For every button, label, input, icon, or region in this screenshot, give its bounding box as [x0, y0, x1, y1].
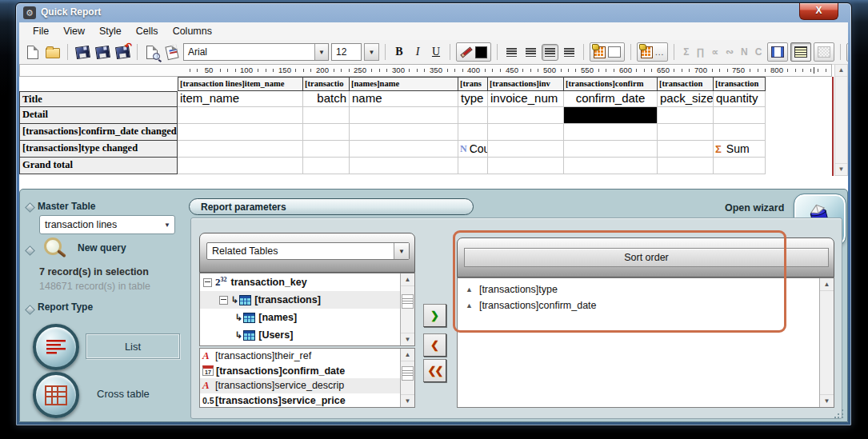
align-center-button[interactable] [522, 44, 539, 61]
revert-button[interactable]: ↶ [114, 43, 131, 61]
break-cell[interactable] [564, 124, 658, 141]
title-bar[interactable]: ⚙ Quick Report X [16, 3, 851, 22]
break-cell[interactable] [488, 124, 564, 141]
break-cell[interactable] [714, 124, 766, 141]
grand-total-cell[interactable] [303, 158, 350, 174]
menu-style[interactable]: Style [92, 24, 129, 38]
tree-item-transactions[interactable]: ↳ [transactions] [200, 291, 414, 309]
scroll-up-arrow[interactable]: ▲ [835, 65, 847, 77]
sort-item-confirm-date[interactable]: ▲ [transactions]confirm_date [458, 297, 834, 313]
print-preview-button[interactable] [143, 43, 161, 61]
count-formula-cell[interactable]: N Count [458, 141, 488, 158]
title-cell[interactable]: batch [303, 91, 350, 107]
alternate-color-button[interactable]: ... [637, 42, 668, 62]
ascending-sort-icon[interactable]: ▲ [466, 301, 473, 309]
related-tables-select[interactable]: Related Tables ▼ [206, 242, 410, 260]
sort-item-type[interactable]: ▲ [transactions]type [458, 281, 834, 297]
close-button[interactable]: X [799, 3, 838, 20]
field-item-their-ref[interactable]: A [transactions]their_ref [200, 349, 414, 364]
master-table-select[interactable]: transaction lines ▼ [39, 215, 175, 234]
align-left-button[interactable] [503, 44, 520, 61]
column-header[interactable]: [transaction [714, 77, 766, 91]
tree-item-transaction-key[interactable]: 232 transaction_key [200, 273, 414, 291]
grand-total-cell[interactable] [564, 158, 658, 174]
column-header[interactable]: [names]name [350, 77, 458, 91]
row-label-type-changed[interactable]: [transactions]type changed [19, 141, 178, 158]
menu-view[interactable]: View [56, 24, 92, 38]
break-cell[interactable] [564, 141, 658, 158]
row-label-detail[interactable]: Detail [19, 107, 178, 124]
resize-grip[interactable] [834, 409, 844, 418]
save-button[interactable] [74, 43, 91, 61]
min-operator-icon[interactable]: ∏ [697, 46, 705, 58]
field-item-service-descrip[interactable]: A [transactions]service_descrip [200, 378, 414, 393]
list-report-button[interactable] [33, 324, 79, 370]
font-size-dropdown-arrow[interactable]: ▼ [364, 43, 379, 61]
title-cell[interactable]: invoice_num [488, 91, 564, 107]
column-header[interactable]: [trans [458, 77, 488, 91]
detail-cell[interactable] [303, 107, 350, 124]
table-vertical-scrollbar[interactable]: ▲ ▼ [834, 64, 848, 176]
font-size-select[interactable]: 12 [331, 43, 362, 61]
print-button[interactable] [163, 43, 181, 61]
count-operator-icon[interactable]: N [741, 46, 748, 58]
remove-all-sort-fields-button[interactable]: ❮❮ [423, 359, 446, 382]
title-cell[interactable]: name [350, 91, 458, 107]
column-header[interactable]: [transaction lines]item_name [178, 77, 303, 91]
detail-cell[interactable] [350, 107, 458, 124]
break-cell[interactable] [350, 141, 458, 158]
sort-order-header-button[interactable]: Sort order [464, 248, 829, 267]
title-cell[interactable]: quantity [714, 91, 766, 107]
font-family-dropdown-arrow[interactable]: ▼ [314, 44, 328, 60]
ascending-sort-icon[interactable]: ▲ [466, 285, 473, 293]
formula-operator-icon[interactable]: C [755, 46, 762, 58]
title-cell[interactable]: pack_size [658, 91, 714, 107]
menu-cells[interactable]: Cells [129, 24, 166, 38]
column-header[interactable]: [transactio [303, 77, 350, 91]
new-query-button[interactable]: New query [78, 242, 126, 253]
row-label-confirm-date-changed[interactable]: [transactions]confirm_date changed [19, 124, 178, 141]
row-label-grand-total[interactable]: Grand total [19, 158, 178, 174]
grand-total-cell[interactable] [178, 158, 303, 174]
column-header[interactable]: [transaction [658, 77, 714, 91]
grand-total-cell[interactable] [488, 158, 564, 174]
bold-button[interactable]: B [391, 44, 407, 60]
scroll-down-arrow[interactable]: ▼ [401, 394, 414, 407]
tree-item-names[interactable]: ↳ [names] [200, 309, 414, 326]
menu-file[interactable]: File [26, 24, 56, 38]
detail-cell[interactable] [658, 107, 714, 124]
column-header[interactable]: [transactions]inv [488, 77, 564, 91]
break-cell[interactable] [303, 124, 350, 141]
menu-columns[interactable]: Columns [166, 24, 219, 38]
title-cell[interactable]: type [458, 91, 488, 107]
view-rows-button[interactable] [790, 42, 811, 62]
collapse-icon[interactable] [203, 278, 212, 287]
tree-item-users[interactable]: ↳ [Users] [200, 326, 414, 344]
sum-formula-cell[interactable]: Σ Sum [714, 141, 766, 158]
average-operator-icon[interactable]: ∾ [726, 46, 734, 58]
selected-cell[interactable] [564, 107, 658, 124]
row-label-title[interactable]: Title [19, 91, 178, 107]
report-parameters-tab[interactable]: Report parameters [189, 198, 474, 215]
detail-cell[interactable] [488, 107, 564, 124]
break-cell[interactable] [458, 124, 488, 141]
detail-cell[interactable] [178, 107, 303, 124]
field-item-confirm-date[interactable]: 17 [transactions]confirm_date [200, 364, 414, 379]
detail-cell[interactable] [714, 107, 766, 124]
break-cell[interactable] [488, 141, 564, 158]
scroll-down-arrow[interactable]: ▼ [820, 394, 834, 407]
title-cell[interactable]: confirm_date [564, 91, 658, 107]
scroll-down-arrow[interactable]: ▼ [835, 163, 847, 175]
related-tables-dropdown-arrow[interactable]: ▼ [394, 243, 409, 259]
font-family-select[interactable]: Arial ▼ [183, 43, 329, 61]
grand-total-cell[interactable] [714, 158, 766, 174]
break-cell[interactable] [178, 141, 303, 158]
scroll-down-arrow[interactable]: ▼ [401, 333, 414, 345]
view-columns-button[interactable] [767, 42, 788, 62]
cross-table-button[interactable] [33, 372, 79, 418]
max-operator-icon[interactable]: ∝ [711, 46, 718, 58]
align-right-button[interactable] [542, 44, 558, 61]
grand-total-cell[interactable] [658, 158, 714, 174]
grand-total-cell[interactable] [458, 158, 488, 174]
sum-operator-icon[interactable]: Σ [683, 46, 689, 58]
